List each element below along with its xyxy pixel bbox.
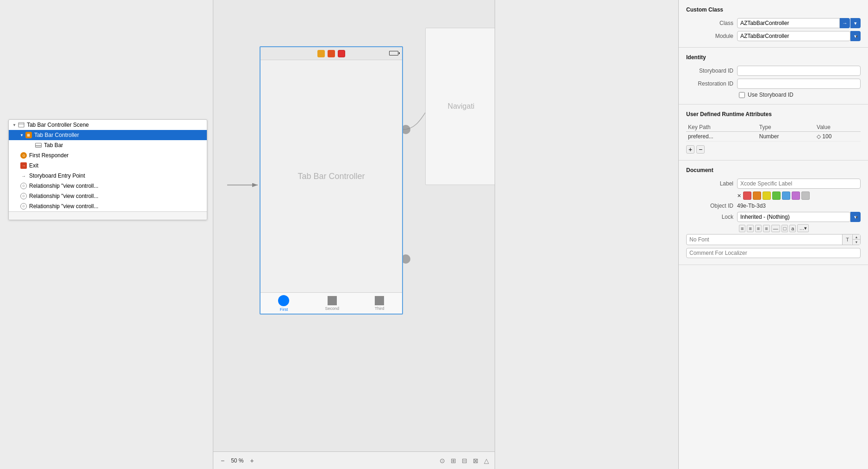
module-dropdown-btn[interactable]: ▾ [850,31,861,41]
color-swatch-green[interactable] [772,191,781,200]
module-select[interactable]: AZTabBarController [737,31,850,41]
notes-toolbar: ≡ ≡ ≡ ≡ — □ a …▾ [679,223,868,233]
color-swatch-blue[interactable] [782,191,790,200]
attr-add-button[interactable]: + [686,145,694,154]
class-input[interactable] [737,18,840,28]
notes-text-btn[interactable]: a [789,225,796,232]
outline-bottom-bar [9,211,207,220]
restoration-id-input[interactable] [737,79,861,89]
firstresponder-label: First Responder [29,152,68,159]
udra-section: User Defined Runtime Attributes Key Path… [679,105,868,160]
outline-item-controller[interactable]: ▼ ⊞ Tab Bar Controller [9,130,207,140]
notes-box-btn[interactable]: □ [781,225,788,232]
notes-align-justify-btn[interactable]: ≡ [763,225,769,232]
attr-actions: + − [679,143,868,155]
doc-label-input[interactable] [737,179,861,189]
toolbar-grid-icon[interactable]: ⊞ [451,457,456,464]
notes-more-btn[interactable]: …▾ [797,224,809,232]
color-swatch-red[interactable] [743,191,751,200]
outline-item-entry[interactable]: → Storyboard Entry Point [9,171,207,181]
custom-class-section: Custom Class Class → ▾ Module AZTabBarCo… [679,0,868,48]
tabbar-icon [35,142,42,149]
toolbar-delta-icon[interactable]: △ [484,457,489,464]
exit-icon: → [20,162,27,169]
module-label: Module [686,33,737,39]
tbc-red-icon [338,50,345,57]
notes-align-right-btn[interactable]: ≡ [755,225,762,232]
zoom-level: 50 % [231,457,243,464]
attr-type: Number [757,132,815,142]
color-swatch-yellow[interactable] [763,191,771,200]
attr-row: prefered... Number ◇ 100 [686,132,861,142]
restoration-id-row: Restoration ID [679,77,868,90]
font-size-up-btn[interactable]: ▲ [853,234,860,240]
class-row: Class → ▾ [679,17,868,30]
notes-dash-btn[interactable]: — [771,225,780,232]
notes-align-left-btn[interactable]: ≡ [739,225,745,232]
object-id-label: Object ID [686,203,737,209]
notes-align-center-btn[interactable]: ≡ [747,225,753,232]
module-select-wrapper: AZTabBarController ▾ ▾ [737,31,861,41]
document-section: Document Label ✕ Object ID 49e-Tb-3d3 Lo… [679,160,868,265]
toolbar-right-icons: ⊙ ⊞ ⊟ ⊠ △ [440,457,489,464]
rel1-icon: ⊙ [20,182,27,190]
col-value: Value [815,123,861,132]
outline-item-tabbar[interactable]: Tab Bar [9,140,207,150]
no-font-input[interactable] [687,234,842,245]
svg-rect-0 [19,123,24,127]
lock-select[interactable]: Inherited - (Nothing) [737,212,850,222]
class-field-wrapper: → ▾ [737,18,861,28]
tab-bar-controller-box: Tab Bar Controller First Second Third [260,46,403,315]
tab-first-label: First [280,307,288,312]
storyboard-id-input[interactable] [737,66,861,76]
lock-row: Lock Inherited - (Nothing) ▾ ▾ [679,210,868,223]
color-swatch-gray[interactable] [801,191,810,200]
rel2-label: Relationship "view controll... [29,193,99,199]
attr-remove-button[interactable]: − [696,145,705,154]
toolbar-size-icon[interactable]: ⊠ [473,457,478,464]
udra-title: User Defined Runtime Attributes [679,109,868,121]
col-type: Type [757,123,815,132]
exit-label: Exit [29,162,38,169]
scene-label: Tab Bar Controller Scene [27,122,89,128]
use-storyboard-id-checkbox[interactable] [739,92,745,98]
identity-section: Identity Storyboard ID Restoration ID Us… [679,48,868,105]
zoom-decrease-button[interactable]: − [219,456,226,465]
outline-item-rel2[interactable]: ⊙ Relationship "view controll... [9,191,207,201]
rel3-label: Relationship "view controll... [29,203,99,210]
outline-item-scene[interactable]: ▼ Tab Bar Controller Scene [9,120,207,130]
tbc-tab-bar: First Second Third [260,292,402,314]
comment-input[interactable] [686,248,861,258]
tab-first-dot [278,295,289,306]
tab-third-label: Third [375,306,384,311]
no-font-field-wrapper: T ▲ ▼ [686,234,861,245]
color-x-button[interactable]: ✕ [737,193,741,199]
object-id-value: 49e-Tb-3d3 [737,203,766,209]
tabbar-label: Tab Bar [44,142,63,148]
identity-title: Identity [679,52,868,64]
outline-item-rel1[interactable]: ⊙ Relationship "view controll... [9,181,207,191]
nav-controller-box: Navigati [425,28,495,185]
color-swatch-orange[interactable] [753,191,761,200]
attr-value: ◇ 100 [815,132,861,142]
color-swatch-row: ✕ [679,190,868,201]
tab-item-first: First [278,295,289,312]
zoom-increase-button[interactable]: + [248,456,256,465]
canvas-area: Navigati Tab Bar Controller First [213,0,495,469]
lock-dropdown-btn[interactable]: ▾ [850,212,861,222]
document-title: Document [679,165,868,177]
no-font-row: T ▲ ▼ [679,233,868,246]
toolbar-align-icon[interactable]: ⊟ [462,457,467,464]
color-swatch-purple[interactable] [792,191,800,200]
outline-item-firstresponder[interactable]: ⊙ First Responder [9,150,207,160]
outline-item-exit[interactable]: → Exit [9,160,207,171]
font-size-down-btn[interactable]: ▼ [853,240,860,245]
tbc-orange-icon [328,50,335,57]
class-dropdown-btn[interactable]: ▾ [850,18,861,28]
toolbar-target-icon[interactable]: ⊙ [440,457,445,464]
no-font-icon-btn[interactable]: T [842,234,852,245]
module-row: Module AZTabBarController ▾ ▾ [679,30,868,43]
outline-item-rel3[interactable]: ⊙ Relationship "view controll... [9,201,207,211]
use-storyboard-id-label: Use Storyboard ID [748,92,794,98]
class-select-btn[interactable]: → [840,18,850,28]
